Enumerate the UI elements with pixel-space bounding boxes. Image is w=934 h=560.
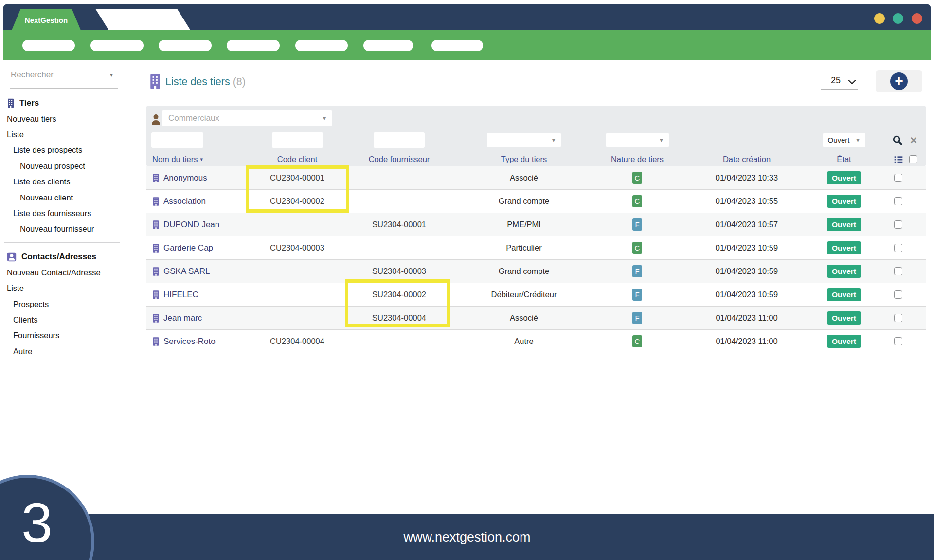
sidebar-item-prospects[interactable]: Prospects [3, 296, 121, 312]
add-record-button[interactable]: + [876, 70, 922, 92]
date-creation-cell: 01/04/2023 11:00 [676, 307, 817, 329]
window-control-teal-icon[interactable] [893, 13, 903, 24]
filter-nature-select[interactable]: ▾ [606, 133, 669, 147]
sidebar-item-nouveau-contact-adresse[interactable]: Nouveau Contact/Adresse [3, 265, 121, 280]
table-row[interactable]: DUPOND Jean SU2304-00001 PME/PMI F 01/04… [146, 213, 926, 236]
nature-badge: F [632, 218, 642, 231]
date-creation-cell: 01/04/2023 10:33 [676, 166, 817, 189]
filter-state-select[interactable]: Ouvert▾ [823, 133, 865, 147]
tier-name: Services-Roto [163, 337, 216, 346]
filter-code-fournisseur-input[interactable] [374, 132, 425, 148]
row-checkbox[interactable] [894, 197, 902, 205]
clear-filters-icon[interactable]: ✕ [910, 136, 917, 145]
sidebar-item-fournisseurs[interactable]: Fournisseurs [3, 328, 121, 343]
state-badge[interactable]: Ouvert [827, 265, 861, 278]
tier-name: DUPOND Jean [163, 220, 219, 230]
state-badge[interactable]: Ouvert [827, 218, 861, 231]
chevron-down-icon: ▾ [856, 137, 859, 144]
page-size-select[interactable]: 25 [827, 74, 861, 90]
column-header-date[interactable]: Date création [676, 153, 817, 166]
window-control-red-icon[interactable] [912, 13, 922, 24]
sidebar-menu: TiersNouveau tiersListeListe des prospec… [3, 95, 121, 359]
state-badge[interactable]: Ouvert [827, 311, 861, 325]
tier-name: Garderie Cap [163, 243, 213, 253]
nav-item-placeholder[interactable] [363, 40, 413, 51]
column-header-nom[interactable]: Nom du tiers▾ [146, 153, 246, 166]
window-control-yellow-icon[interactable] [874, 13, 885, 24]
row-checkbox[interactable] [894, 290, 902, 299]
sidebar-item-nouveau-fournisseur[interactable]: Nouveau fournisseur [3, 221, 121, 237]
filter-type-select[interactable]: ▾ [487, 133, 561, 147]
nav-item-placeholder[interactable] [227, 40, 280, 51]
state-badge[interactable]: Ouvert [827, 288, 861, 301]
building-icon [152, 267, 160, 276]
state-badge[interactable]: Ouvert [827, 171, 861, 184]
sidebar-section-tiers[interactable]: Tiers [3, 95, 121, 111]
footer-url: www.nextgestion.com [0, 530, 934, 545]
building-icon [7, 98, 15, 108]
code-fournisseur-cell: SU2304-00001 [349, 213, 449, 236]
date-creation-cell: 01/04/2023 10:59 [676, 283, 817, 306]
column-header-code-fournisseur[interactable]: Code fournisseur [349, 153, 449, 166]
type-cell: Grand compte [449, 260, 598, 283]
row-checkbox[interactable] [894, 337, 902, 345]
sidebar-item-liste[interactable]: Liste [3, 126, 121, 142]
building-icon [152, 290, 160, 300]
row-checkbox[interactable] [894, 174, 902, 182]
nav-item-placeholder[interactable] [295, 40, 348, 51]
sidebar-item-liste-des-clients[interactable]: Liste des clients [3, 174, 121, 190]
table-body: Anonymous CU2304-00001 Associé C 01/04/2… [146, 166, 926, 353]
commercial-filter-select[interactable]: Commerciaux ▾ [162, 110, 332, 126]
state-badge[interactable]: Ouvert [827, 195, 861, 208]
table-filter-panel: Commerciaux ▾ ▾ ▾ Ouvert▾ ✕ Nom du tiers… [146, 106, 926, 166]
table-row[interactable]: Association CU2304-00002 Grand compte C … [146, 190, 926, 213]
filter-name-input[interactable] [151, 132, 203, 148]
code-client-cell [246, 307, 349, 329]
sidebar-item-nouveau-client[interactable]: Nouveau client [3, 190, 121, 205]
table-row[interactable]: GSKA SARL SU2304-00003 Grand compte F 01… [146, 260, 926, 283]
column-header-row: Nom du tiers▾ Code client Code fournisse… [146, 153, 926, 166]
sidebar-item-clients[interactable]: Clients [3, 312, 121, 327]
sidebar-item-nouveau-tiers[interactable]: Nouveau tiers [3, 111, 121, 126]
brand-logo: NextGestion [12, 9, 81, 30]
search-underline [10, 88, 118, 89]
column-header-type[interactable]: Type du tiers [449, 153, 598, 166]
sidebar-search[interactable]: Rechercher ▾ [3, 60, 121, 89]
nav-item-placeholder[interactable] [90, 40, 144, 51]
filter-code-client-input[interactable] [272, 132, 323, 148]
row-checkbox[interactable] [894, 267, 902, 275]
sidebar-item-liste[interactable]: Liste [3, 281, 121, 296]
search-icon[interactable] [892, 135, 903, 145]
code-client-cell: CU2304-00002 [246, 190, 349, 213]
sidebar-item-nouveau-prospect[interactable]: Nouveau prospect [3, 158, 121, 174]
list-view-icon[interactable] [894, 155, 903, 164]
table-row[interactable]: Anonymous CU2304-00001 Associé C 01/04/2… [146, 166, 926, 190]
table-row[interactable]: HIFELEC SU2304-00002 Débiteur/Créditeur … [146, 283, 926, 307]
nav-item-placeholder[interactable] [22, 40, 75, 51]
column-header-etat[interactable]: État [817, 153, 871, 166]
column-header-code-client[interactable]: Code client [246, 153, 349, 166]
sidebar-item-liste-des-prospects[interactable]: Liste des prospects [3, 143, 121, 158]
table-row[interactable]: Jean marc SU2304-00004 Associé F 01/04/2… [146, 307, 926, 330]
row-checkbox[interactable] [894, 244, 902, 252]
nav-item-placeholder[interactable] [431, 40, 483, 51]
step-number: 3 [12, 490, 62, 555]
row-checkbox[interactable] [894, 314, 902, 322]
row-checkbox[interactable] [894, 220, 902, 229]
chevron-down-icon: ▾ [110, 72, 113, 78]
table-row[interactable]: Garderie Cap CU2304-00003 Particulier C … [146, 236, 926, 260]
state-badge[interactable]: Ouvert [827, 241, 861, 254]
sidebar-section-contacts-adresses[interactable]: Contacts/Adresses [3, 249, 121, 265]
chevron-down-icon [848, 77, 856, 85]
table-row[interactable]: Services-Roto CU2304-00004 Autre C 01/04… [146, 330, 926, 353]
code-client-cell: CU2304-00004 [246, 330, 349, 353]
code-fournisseur-cell [349, 190, 449, 213]
code-fournisseur-cell: SU2304-00004 [349, 307, 449, 329]
nav-item-placeholder[interactable] [159, 40, 212, 51]
state-badge[interactable]: Ouvert [827, 335, 861, 348]
building-icon [152, 313, 160, 323]
sidebar-item-liste-des-fournisseurs[interactable]: Liste des fournisseurs [3, 205, 121, 221]
select-all-checkbox[interactable] [909, 155, 917, 163]
column-header-nature[interactable]: Nature de tiers [598, 153, 676, 166]
sidebar-item-autre[interactable]: Autre [3, 343, 121, 359]
